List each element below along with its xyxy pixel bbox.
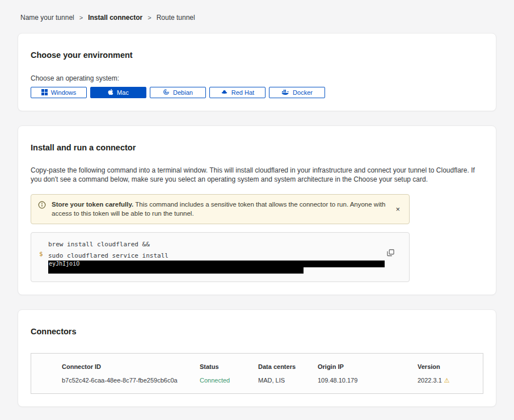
command-line-2: sudo cloudflared service install <box>48 251 401 261</box>
connectors-title: Connectors <box>31 327 483 336</box>
os-button-label: Debian <box>173 89 193 96</box>
choose-environment-card: Choose your environment Choose an operat… <box>18 33 496 111</box>
token-warning-bold: Store your token carefully. <box>52 201 133 208</box>
redacted-token-line-1: eyJhIjoiO <box>48 261 385 267</box>
table-header-row: Connector ID Status Data centers Origin … <box>31 354 483 372</box>
column-header-status: Status <box>200 363 258 370</box>
os-button-redhat[interactable]: Red Hat <box>209 87 266 98</box>
os-button-label: Red Hat <box>231 89 254 96</box>
connector-id-value: b7c52c42-6caa-48ee-8c77-fbe259cb6c0a <box>62 377 200 384</box>
install-connector-title: Install and run a connector <box>31 143 483 152</box>
copy-icon[interactable] <box>386 248 395 259</box>
table-row: b7c52c42-6caa-48ee-8c77-fbe259cb6c0a Con… <box>31 372 483 393</box>
breadcrumb: Name your tunnel > Install connector > R… <box>0 0 514 33</box>
docker-icon <box>281 89 289 96</box>
install-command-code-block: $ brew install cloudflared && sudo cloud… <box>31 232 410 282</box>
breadcrumb-item-install-connector[interactable]: Install connector <box>88 14 142 22</box>
breadcrumb-item-name-your-tunnel[interactable]: Name your tunnel <box>20 14 74 22</box>
shell-prompt: $ <box>39 240 48 274</box>
os-button-debian[interactable]: Debian <box>150 87 206 98</box>
column-header-connector-id: Connector ID <box>62 363 200 370</box>
data-centers-value: MAD, LIS <box>258 377 318 384</box>
breadcrumb-separator: > <box>79 14 83 21</box>
apple-icon <box>108 89 113 96</box>
column-header-origin-ip: Origin IP <box>318 363 418 370</box>
breadcrumb-item-route-tunnel[interactable]: Route tunnel <box>157 14 195 22</box>
status-badge: Connected <box>200 377 258 384</box>
version-value: 2022.3.1 ⚠ <box>418 377 477 384</box>
column-header-version: Version <box>418 363 477 370</box>
close-icon[interactable]: × <box>393 204 402 214</box>
os-button-label: Mac <box>117 89 129 96</box>
command-line-1: brew install cloudflared && <box>48 240 401 249</box>
os-select-label: Choose an operating system: <box>31 74 483 82</box>
origin-ip-value: 109.48.10.179 <box>318 377 418 384</box>
install-connector-card: Install and run a connector Copy-paste t… <box>18 125 496 295</box>
install-description: Copy-paste the following command into a … <box>31 166 483 184</box>
version-warning-icon: ⚠ <box>444 377 450 384</box>
info-circle-icon <box>38 201 46 211</box>
choose-environment-title: Choose your environment <box>31 51 483 60</box>
breadcrumb-separator: > <box>148 14 151 21</box>
os-button-label: Windows <box>51 89 77 96</box>
version-number: 2022.3.1 <box>418 377 442 384</box>
redacted-token-line-2 <box>48 267 304 274</box>
token-warning-text: Store your token carefully. This command… <box>52 200 387 218</box>
debian-icon <box>163 89 170 96</box>
os-button-docker[interactable]: Docker <box>269 87 325 98</box>
connectors-card: Connectors Connector ID Status Data cent… <box>18 309 496 407</box>
install-command-lines: brew install cloudflared && sudo cloudfl… <box>48 240 401 274</box>
os-button-windows[interactable]: Windows <box>31 87 87 98</box>
os-button-label: Docker <box>293 89 313 96</box>
column-header-data-centers: Data centers <box>258 363 318 370</box>
windows-icon <box>41 89 48 96</box>
token-warning-alert: Store your token carefully. This command… <box>31 194 410 224</box>
connectors-table: Connector ID Status Data centers Origin … <box>31 353 483 394</box>
os-button-group: Windows Mac Debian Red Hat Docker <box>31 87 483 98</box>
redhat-icon <box>221 89 228 96</box>
os-button-mac[interactable]: Mac <box>90 87 146 98</box>
